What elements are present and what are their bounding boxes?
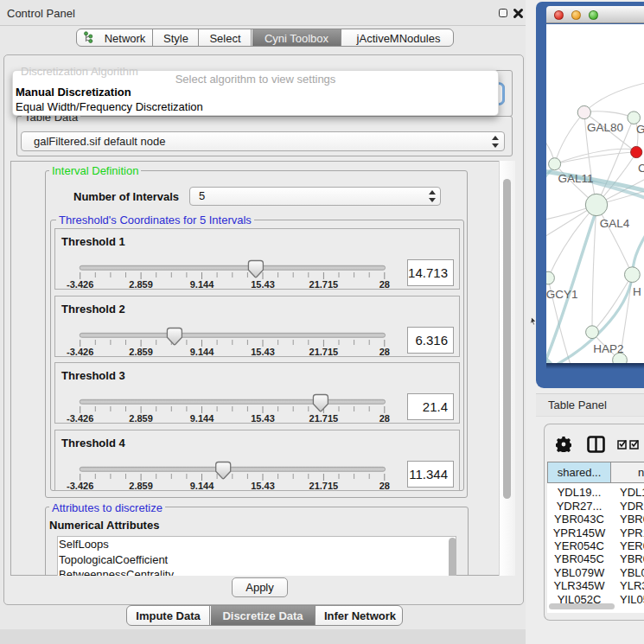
svg-text:9.144: 9.144: [190, 481, 214, 491]
svg-text:GAL11: GAL11: [558, 172, 593, 185]
svg-text:HAP2: HAP2: [593, 342, 623, 355]
svg-text:2.859: 2.859: [129, 413, 153, 424]
svg-text:15.43: 15.43: [251, 347, 275, 357]
svg-text:9.144: 9.144: [190, 347, 214, 357]
svg-text:-3.426: -3.426: [67, 413, 93, 424]
svg-text:GA: GA: [636, 123, 644, 136]
svg-text:GAL80: GAL80: [587, 121, 623, 134]
svg-text:28: 28: [379, 481, 390, 491]
svg-text:GCY1: GCY1: [546, 288, 577, 301]
svg-text:15.43: 15.43: [251, 413, 275, 424]
svg-text:2.859: 2.859: [129, 347, 153, 357]
svg-text:2.859: 2.859: [129, 279, 153, 290]
svg-text:15.43: 15.43: [251, 481, 275, 491]
svg-text:9.144: 9.144: [190, 279, 214, 290]
svg-text:9.144: 9.144: [190, 413, 214, 424]
svg-text:28: 28: [379, 413, 390, 424]
svg-text:GAL4: GAL4: [600, 217, 630, 230]
svg-text:C: C: [638, 162, 644, 175]
svg-text:21.715: 21.715: [309, 413, 339, 424]
svg-text:-3.426: -3.426: [67, 347, 93, 357]
svg-text:-3.426: -3.426: [67, 481, 93, 491]
svg-text:15.43: 15.43: [251, 279, 275, 290]
svg-text:28: 28: [379, 347, 390, 357]
svg-text:H: H: [633, 285, 641, 298]
svg-text:2.859: 2.859: [129, 481, 153, 491]
svg-text:21.715: 21.715: [309, 481, 339, 491]
svg-text:21.715: 21.715: [309, 347, 339, 357]
svg-text:-3.426: -3.426: [67, 279, 93, 290]
svg-text:21.715: 21.715: [309, 279, 339, 290]
svg-text:28: 28: [379, 279, 390, 290]
